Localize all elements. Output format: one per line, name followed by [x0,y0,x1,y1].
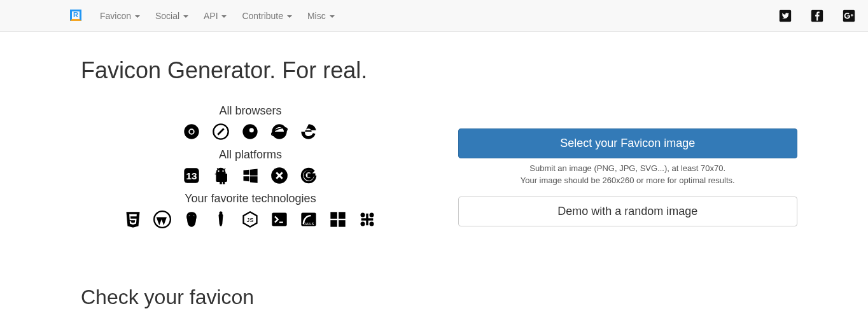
chevron-down-icon [287,15,292,18]
chrome-icon [183,123,200,141]
chevron-down-icon [135,15,140,18]
browsers-label: All browsers [81,104,420,118]
ios-icon: 13 [183,167,200,184]
nav-social[interactable]: Social [148,1,196,31]
googleplus-icon[interactable] [843,10,855,22]
brand-logo[interactable] [70,10,83,22]
nav-favicon[interactable]: Favicon [92,1,148,31]
platforms-icons: 13 [81,167,420,184]
svg-point-25 [370,213,374,218]
svg-rect-23 [339,220,346,227]
nav-misc[interactable]: Misc [300,1,342,31]
windows-icon [241,167,259,184]
edge-icon [300,123,318,141]
nodejs-icon: JS [241,211,259,228]
terminal-icon [270,211,288,228]
twitter-icon[interactable] [779,10,792,22]
facebook-icon[interactable] [811,10,823,22]
svg-point-5 [190,130,193,134]
tech-icons: JS RAILS [81,211,420,228]
logo-icon [70,10,81,21]
grunt-icon [183,211,200,228]
hero-row: All browsers All platforms 13 Your favor… [81,97,787,235]
svg-rect-22 [331,220,338,227]
help-text-2: Your image should be 260x260 or more for… [458,176,797,185]
google-icon [300,167,318,184]
svg-text:13: 13 [186,170,197,181]
help-text-1: Submit an image (PNG, JPG, SVG...), at l… [458,163,797,173]
microsoft-icon [329,211,347,228]
navbar: Favicon Social API Contribute Misc [0,0,868,32]
svg-rect-20 [331,212,338,219]
html5-icon [124,211,142,228]
svg-text:RAILS: RAILS [304,222,314,226]
macos-icon [270,167,288,184]
gulp-icon [212,211,230,228]
android-icon [212,167,230,184]
tech-label: Your favorite technologies [81,192,420,205]
svg-point-8 [249,128,254,132]
features-column: All browsers All platforms 13 Your favor… [81,97,420,235]
browsers-icons [81,123,420,141]
svg-point-26 [361,222,365,226]
nav-contribute[interactable]: Contribute [234,1,299,31]
ie-icon [270,123,288,141]
safari-icon [212,123,230,141]
svg-point-12 [218,170,220,172]
chevron-down-icon [330,15,335,18]
svg-rect-21 [339,212,346,219]
upload-column: Select your Favicon image Submit an imag… [458,97,797,235]
svg-text:JS: JS [247,217,254,223]
wordpress-icon [153,211,171,228]
nav-api[interactable]: API [196,1,234,31]
select-image-button[interactable]: Select your Favicon image [458,128,797,158]
firefox-icon [241,123,259,141]
platforms-label: All platforms [81,148,420,162]
navbar-social [779,10,855,22]
svg-point-27 [370,222,374,226]
svg-point-24 [361,213,365,218]
chevron-down-icon [221,15,227,18]
joomla-icon [358,211,376,228]
page-title: Favicon Generator. For real. [81,57,787,84]
demo-button[interactable]: Demo with a random image [458,197,797,226]
svg-rect-17 [272,213,287,226]
main-container: Favicon Generator. For real. All browser… [71,57,797,309]
check-favicon-title: Check your favicon [81,286,787,309]
rails-icon: RAILS [300,211,318,228]
nav-list: Favicon Social API Contribute Misc [92,1,342,31]
svg-point-13 [223,170,224,172]
chevron-down-icon [183,15,188,18]
